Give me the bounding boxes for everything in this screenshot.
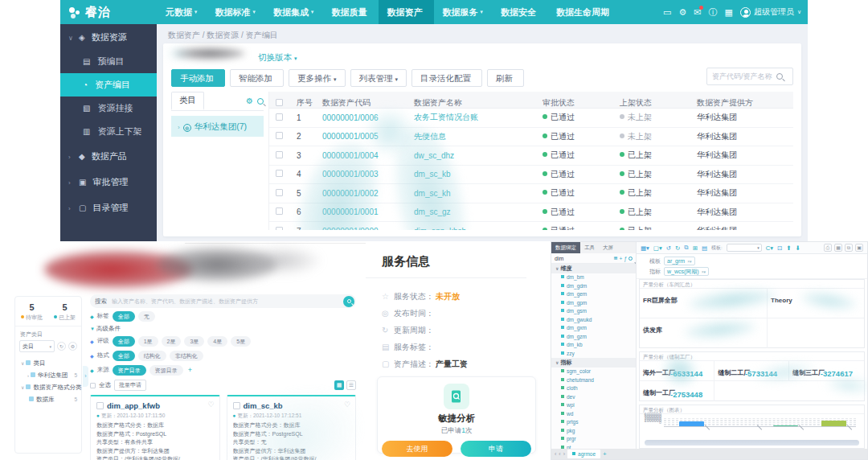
asset-name-link[interactable]: 先便信息 xyxy=(414,131,542,142)
sidebar-item[interactable]: ▥ 资源上下架 xyxy=(60,120,157,143)
dimension-item[interactable]: dm_gdm xyxy=(551,282,636,291)
nav-item[interactable]: 数据安全 xyxy=(492,0,547,24)
toolbar-button[interactable]: 智能添加 xyxy=(230,69,284,87)
metric-item[interactable]: cloth xyxy=(551,384,636,393)
toolbar-button[interactable]: 更多操作▾ xyxy=(289,69,346,87)
nav-item[interactable]: 数据服务 ▾ xyxy=(434,0,493,24)
asset-name-link[interactable]: dm_sc_kh xyxy=(414,189,542,198)
bi-tab[interactable]: 大屏 xyxy=(599,242,617,253)
down-icon[interactable]: ⬇ xyxy=(796,244,800,252)
horizontal-scrollbar[interactable] xyxy=(645,440,859,446)
asset-code-link[interactable]: 00000001/0001 xyxy=(322,207,414,216)
sidebar-item[interactable]: ▤ 预编目 xyxy=(60,50,157,73)
metric-item[interactable]: sgm_color xyxy=(551,368,636,376)
metric-item[interactable]: dev xyxy=(551,393,636,402)
nav-item[interactable]: 数据生命周期 xyxy=(547,0,620,24)
dimension-item[interactable]: dm_gpm xyxy=(551,299,636,308)
function-icon[interactable]: ƒ xyxy=(624,256,627,261)
copy-icon[interactable]: ⧉ xyxy=(684,244,688,252)
grid-view-icon[interactable]: ▦ xyxy=(334,380,344,390)
toolbar-button[interactable]: 刷新 xyxy=(487,69,524,87)
search-icon[interactable] xyxy=(776,73,783,80)
toolbar-button[interactable]: 目录活化配置 xyxy=(411,69,482,87)
gear-icon[interactable]: ⚙ xyxy=(678,8,686,17)
kpi-cell[interactable]: 海外一工厂-6533144 xyxy=(640,361,714,381)
redo-icon[interactable]: ↻ xyxy=(675,244,680,252)
nav-item[interactable]: 数据集成 ▾ xyxy=(264,0,323,24)
row-checkbox[interactable] xyxy=(276,151,283,158)
card-checkbox[interactable] xyxy=(233,402,240,409)
first-page-icon[interactable]: ‹ xyxy=(555,451,556,457)
undo-icon[interactable]: ↺ xyxy=(666,244,671,252)
toolbar-button[interactable]: 手动添加 xyxy=(171,69,225,87)
layout-icon[interactable]: ▦ xyxy=(834,244,842,252)
select-all-checkbox[interactable] xyxy=(276,99,283,106)
collapse-handle[interactable]: › xyxy=(83,366,88,387)
tree-node-group[interactable]: ›⊕华利达集团(7) xyxy=(171,116,264,137)
switch-version-link[interactable]: 切换版本 ▾ xyxy=(258,52,297,64)
template-select[interactable]: ▾ xyxy=(727,244,762,252)
add-source-button[interactable]: + xyxy=(188,366,192,374)
filter-pill[interactable]: 全部 xyxy=(113,351,135,361)
close-icon[interactable]: ▣ xyxy=(855,244,863,252)
dimension-item[interactable]: zzy xyxy=(551,350,636,359)
sidebar-group[interactable]: › ▣ 审批管理 xyxy=(60,169,157,195)
metric-item[interactable]: wpi xyxy=(551,401,636,410)
sidebar-item[interactable]: ▧ 资源挂接 xyxy=(60,97,157,120)
message-icon[interactable]: ✉ xyxy=(694,8,701,17)
chart-menu-icon[interactable]: ▢▾ xyxy=(653,244,662,252)
info-icon[interactable]: ⓘ xyxy=(708,8,717,17)
metric-item[interactable]: pkg xyxy=(551,427,636,436)
apps-icon[interactable]: ▦ xyxy=(724,8,732,17)
export-icon[interactable]: ⎙ xyxy=(824,244,832,252)
dimension-section-header[interactable]: ∨维度 xyxy=(551,264,636,273)
paste-icon[interactable]: ⊞ xyxy=(693,244,698,252)
dimension-item[interactable]: dm_gsm xyxy=(551,307,636,316)
delete-icon[interactable]: ▤ xyxy=(702,244,707,252)
dimension-item[interactable]: dm_gwukd xyxy=(551,316,636,325)
row-checkbox[interactable] xyxy=(276,227,283,230)
metric-item[interactable]: prtgs xyxy=(551,418,636,427)
asset-code-link[interactable]: 00000001/0000 xyxy=(322,227,414,230)
filter-pill[interactable]: 5星 xyxy=(231,336,251,347)
gear-icon[interactable]: ⚙ xyxy=(68,342,77,351)
print-icon[interactable]: ⧉ xyxy=(845,244,853,252)
category-select[interactable]: 类目▾ xyxy=(19,340,55,352)
apply-button[interactable]: 申请 xyxy=(461,441,531,457)
market-search-input[interactable] xyxy=(112,298,356,304)
search-input[interactable] xyxy=(707,72,776,80)
nav-item[interactable]: 数据资产 xyxy=(379,0,434,24)
up-icon[interactable]: ⬆ xyxy=(786,244,791,252)
asset-code-link[interactable]: 00000001/0006 xyxy=(322,113,414,122)
user-menu[interactable]: 超级管理员 ∨ xyxy=(740,6,801,18)
metric-section-header[interactable]: ∨指标 xyxy=(551,358,636,368)
tree-item[interactable]: ∨数据资产格式分类 xyxy=(15,381,81,393)
refresh-icon[interactable]: C▾ xyxy=(766,244,773,252)
asset-name-link[interactable]: dim_app_khsb xyxy=(414,227,542,230)
metric-item[interactable]: chetutmand xyxy=(551,376,636,385)
dimension-item[interactable]: dm_gxm xyxy=(551,324,636,333)
filter-pill[interactable]: 资源目录 xyxy=(149,365,183,376)
filter-pill[interactable]: 全部 xyxy=(113,311,135,322)
tree-item[interactable]: ∨类目 xyxy=(15,357,81,369)
add-sheet-icon[interactable]: + xyxy=(603,450,607,458)
sidebar-group[interactable]: › ◆ 数据产品 xyxy=(60,143,157,169)
asset-name-link[interactable]: dm_sc_gz xyxy=(414,207,542,216)
next-page-icon[interactable]: › xyxy=(563,451,565,457)
row-checkbox[interactable] xyxy=(276,189,283,196)
binding-select[interactable]: ar_grm×▾ xyxy=(664,257,695,265)
search-icon[interactable] xyxy=(628,257,633,261)
nav-item[interactable]: 数据质量 xyxy=(323,0,379,24)
row-checkbox[interactable] xyxy=(276,170,283,177)
filter-pill[interactable]: 1星 xyxy=(138,336,158,347)
dimension-item[interactable]: dm_gem xyxy=(551,290,636,299)
filter-pill[interactable]: 2星 xyxy=(162,336,182,347)
dimension-item[interactable]: dm_bm xyxy=(551,273,636,282)
sheet-tab[interactable]: agrmoe xyxy=(567,450,600,458)
metric-item[interactable]: wd xyxy=(551,410,636,419)
asset-code-link[interactable]: 00000001/0002 xyxy=(322,189,414,198)
dimension-item[interactable]: dm_gzm xyxy=(551,333,636,342)
filter-pill[interactable]: 非结构化 xyxy=(170,351,203,361)
search-button[interactable] xyxy=(343,296,354,307)
advanced-filter-toggle[interactable]: ▼ 高级条件 xyxy=(90,325,356,333)
